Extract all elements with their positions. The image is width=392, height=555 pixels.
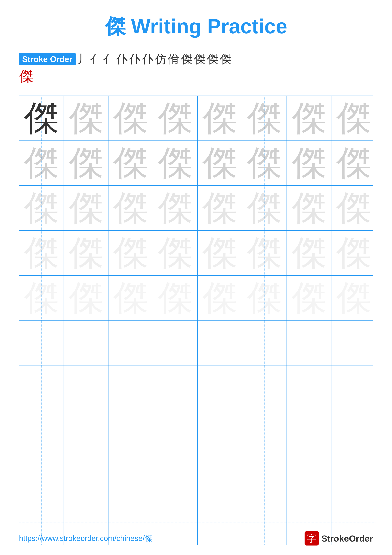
grid-cell[interactable] — [242, 410, 287, 455]
grid-cell[interactable]: 傑 — [64, 141, 108, 185]
stroke-step-7: 仿 — [155, 53, 166, 65]
grid-cell[interactable] — [108, 455, 153, 500]
cell-character: 傑 — [113, 191, 148, 226]
grid-cell[interactable] — [19, 321, 64, 365]
grid-cell[interactable]: 傑 — [108, 186, 153, 230]
cell-character: 傑 — [336, 236, 371, 270]
cell-character: 傑 — [158, 280, 192, 315]
grid-cell[interactable]: 傑 — [64, 186, 108, 230]
grid-cell[interactable]: 傑 — [242, 231, 287, 275]
grid-cell[interactable]: 傑 — [287, 276, 331, 320]
grid-cell[interactable]: 傑 — [19, 96, 64, 140]
footer-url: https://www.strokeorder.com/chinese/傑 — [19, 533, 152, 543]
grid-cell[interactable] — [19, 365, 64, 410]
cell-character: 傑 — [113, 101, 148, 136]
grid-cell[interactable]: 傑 — [331, 186, 376, 230]
stroke-step-5: 仆 — [129, 53, 140, 65]
grid-cell[interactable]: 傑 — [153, 186, 198, 230]
grid-cell[interactable] — [108, 321, 153, 365]
grid-cell[interactable] — [242, 321, 287, 365]
grid-cell[interactable]: 傑 — [153, 231, 198, 275]
grid-cell[interactable] — [153, 410, 198, 455]
grid-cell[interactable]: 傑 — [198, 231, 242, 275]
grid-cell[interactable] — [287, 410, 331, 455]
grid-cell[interactable]: 傑 — [153, 276, 198, 320]
grid-cell[interactable]: 傑 — [19, 231, 64, 275]
title-text: Writing Practice — [131, 15, 287, 38]
grid-row: 傑傑傑傑傑傑傑傑 — [19, 276, 373, 321]
grid-cell[interactable]: 傑 — [108, 276, 153, 320]
cell-character: 傑 — [202, 280, 237, 315]
grid-cell[interactable]: 傑 — [331, 276, 376, 320]
grid-cell[interactable]: 傑 — [198, 96, 242, 140]
grid-cell[interactable]: 傑 — [19, 141, 64, 185]
cell-character: 傑 — [158, 101, 192, 136]
cell-character: 傑 — [247, 236, 282, 270]
grid-cell[interactable] — [153, 365, 198, 410]
grid-cell[interactable]: 傑 — [287, 231, 331, 275]
cell-character: 傑 — [247, 280, 282, 315]
grid-cell[interactable]: 傑 — [64, 96, 108, 140]
practice-grid: 傑傑傑傑傑傑傑傑傑傑傑傑傑傑傑傑傑傑傑傑傑傑傑傑傑傑傑傑傑傑傑傑傑傑傑傑傑傑傑傑 — [19, 95, 373, 545]
grid-cell[interactable] — [198, 365, 242, 410]
grid-cell[interactable]: 傑 — [108, 141, 153, 185]
grid-cell[interactable]: 傑 — [242, 276, 287, 320]
grid-cell[interactable] — [287, 365, 331, 410]
grid-cell[interactable]: 傑 — [19, 186, 64, 230]
grid-cell[interactable]: 傑 — [64, 231, 108, 275]
grid-row: 傑傑傑傑傑傑傑傑 — [19, 186, 373, 231]
grid-cell[interactable]: 傑 — [331, 231, 376, 275]
grid-cell[interactable]: 傑 — [153, 141, 198, 185]
grid-cell[interactable] — [287, 321, 331, 365]
grid-cell[interactable]: 傑 — [242, 141, 287, 185]
grid-cell[interactable]: 傑 — [287, 186, 331, 230]
cell-character: 傑 — [113, 280, 148, 315]
grid-cell[interactable] — [64, 410, 108, 455]
grid-cell[interactable] — [64, 321, 108, 365]
grid-cell[interactable] — [64, 455, 108, 500]
grid-cell[interactable]: 傑 — [242, 96, 287, 140]
grid-row — [19, 321, 373, 365]
grid-cell[interactable] — [153, 455, 198, 500]
grid-cell[interactable] — [242, 455, 287, 500]
grid-cell[interactable] — [198, 410, 242, 455]
grid-cell[interactable] — [331, 365, 376, 410]
grid-cell[interactable] — [331, 410, 376, 455]
cell-character: 傑 — [24, 101, 59, 136]
cell-character: 傑 — [292, 146, 326, 181]
grid-cell[interactable]: 傑 — [331, 141, 376, 185]
grid-cell[interactable]: 傑 — [19, 276, 64, 320]
grid-cell[interactable] — [198, 455, 242, 500]
grid-cell[interactable]: 傑 — [108, 231, 153, 275]
grid-cell[interactable] — [19, 455, 64, 500]
stroke-final-char: 傑 — [19, 67, 33, 86]
grid-row: 傑傑傑傑傑傑傑傑 — [19, 141, 373, 186]
grid-cell[interactable]: 傑 — [198, 276, 242, 320]
grid-cell[interactable]: 傑 — [242, 186, 287, 230]
grid-cell[interactable] — [19, 410, 64, 455]
grid-cell[interactable]: 傑 — [64, 276, 108, 320]
stroke-final-row: 傑 — [19, 67, 373, 86]
grid-cell[interactable] — [64, 365, 108, 410]
stroke-order-section: Stroke Order 丿 亻 亻 仆 仆 仆 仿 佾 傑 傑 傑 傑 傑 — [19, 53, 373, 86]
cell-character: 傑 — [292, 280, 326, 315]
grid-cell[interactable]: 傑 — [198, 141, 242, 185]
grid-cell[interactable] — [108, 365, 153, 410]
footer: https://www.strokeorder.com/chinese/傑 字 … — [19, 531, 373, 546]
stroke-step-4: 仆 — [116, 53, 128, 65]
grid-cell[interactable]: 傑 — [331, 96, 376, 140]
grid-cell[interactable] — [108, 410, 153, 455]
grid-cell[interactable] — [331, 321, 376, 365]
grid-cell[interactable]: 傑 — [198, 186, 242, 230]
grid-cell[interactable]: 傑 — [287, 141, 331, 185]
grid-cell[interactable] — [287, 455, 331, 500]
grid-cell[interactable]: 傑 — [153, 96, 198, 140]
grid-cell[interactable] — [331, 455, 376, 500]
grid-cell[interactable]: 傑 — [287, 96, 331, 140]
grid-cell[interactable] — [198, 321, 242, 365]
stroke-step-1: 丿 — [77, 53, 89, 65]
footer-logo: 字 StrokeOrder — [305, 531, 373, 546]
grid-cell[interactable] — [153, 321, 198, 365]
grid-cell[interactable]: 傑 — [108, 96, 153, 140]
grid-cell[interactable] — [242, 365, 287, 410]
